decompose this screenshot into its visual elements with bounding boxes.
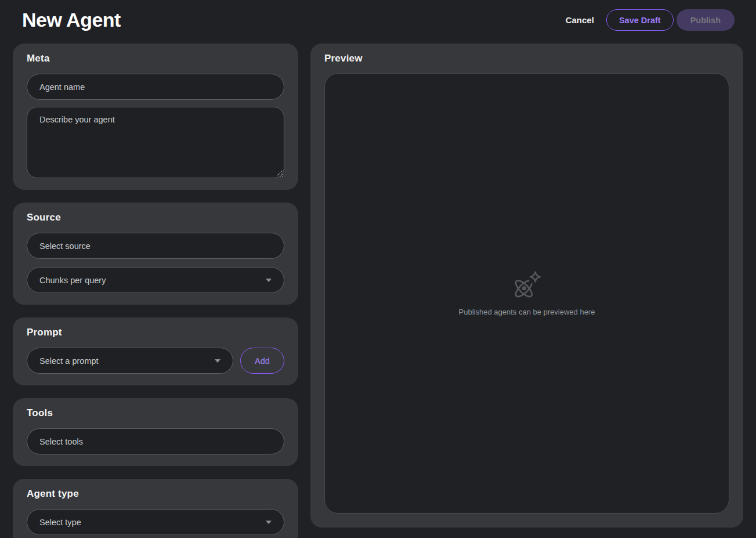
chunks-per-query-select[interactable]: Chunks per query bbox=[27, 267, 284, 293]
preview-section-title: Preview bbox=[324, 53, 729, 64]
prompt-section-title: Prompt bbox=[27, 327, 284, 338]
header: New Agent Cancel Save Draft Publish bbox=[0, 0, 756, 44]
main-content: Meta Source Chunks per query Prompt Sele… bbox=[0, 44, 756, 538]
publish-button[interactable]: Publish bbox=[677, 9, 735, 31]
preview-area: Published agents can be previewed here bbox=[324, 73, 729, 514]
atom-sparkle-icon bbox=[511, 270, 543, 301]
agent-type-select[interactable]: Select type bbox=[27, 509, 284, 535]
agent-type-card: Agent type Select type bbox=[13, 479, 298, 538]
chunks-per-query-label: Chunks per query bbox=[39, 276, 106, 285]
agent-type-section-title: Agent type bbox=[27, 488, 284, 500]
prompt-row: Select a prompt Add bbox=[27, 348, 284, 374]
prompt-select[interactable]: Select a prompt bbox=[27, 348, 233, 374]
agent-name-input[interactable] bbox=[27, 74, 284, 100]
header-actions: Cancel Save Draft Publish bbox=[566, 9, 735, 31]
prompt-card: Prompt Select a prompt Add bbox=[13, 317, 298, 385]
source-section-title: Source bbox=[27, 212, 284, 223]
select-source-input[interactable] bbox=[27, 233, 284, 259]
page-title: New Agent bbox=[22, 9, 121, 31]
prompt-select-label: Select a prompt bbox=[39, 356, 99, 366]
source-card: Source Chunks per query bbox=[13, 203, 298, 305]
cancel-button[interactable]: Cancel bbox=[566, 15, 594, 25]
chevron-down-icon bbox=[266, 521, 272, 524]
save-draft-button[interactable]: Save Draft bbox=[606, 9, 674, 31]
tools-card: Tools bbox=[13, 398, 298, 466]
meta-card: Meta bbox=[13, 44, 298, 190]
select-tools-input[interactable] bbox=[27, 428, 284, 454]
form-column: Meta Source Chunks per query Prompt Sele… bbox=[13, 44, 298, 538]
meta-section-title: Meta bbox=[27, 53, 284, 64]
preview-empty-text: Published agents can be previewed here bbox=[459, 308, 595, 316]
agent-type-select-label: Select type bbox=[39, 518, 81, 527]
chevron-down-icon bbox=[215, 359, 220, 363]
agent-description-textarea[interactable] bbox=[27, 107, 284, 178]
tools-section-title: Tools bbox=[27, 407, 284, 419]
agent-description-wrap bbox=[27, 107, 284, 178]
add-prompt-button[interactable]: Add bbox=[240, 348, 284, 374]
preview-card: Preview Published agents can be previewe… bbox=[310, 44, 743, 528]
chevron-down-icon bbox=[266, 279, 272, 282]
